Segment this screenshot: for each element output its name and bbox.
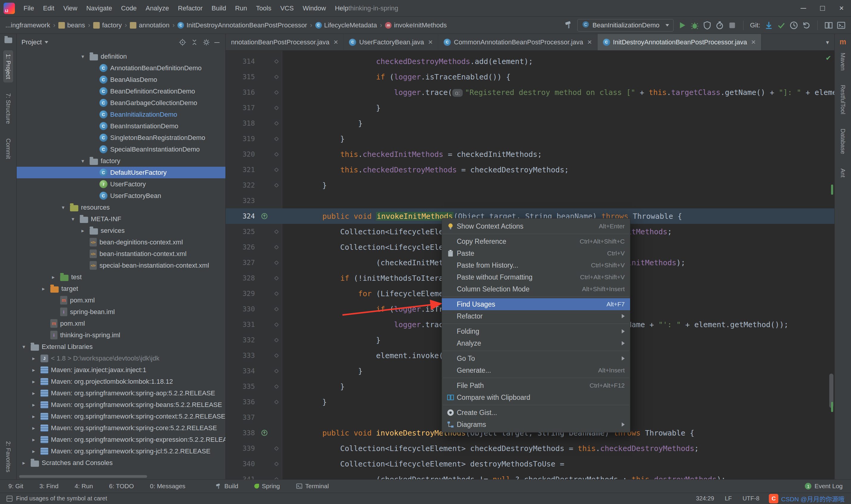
override-gutter-icon[interactable] <box>258 429 270 436</box>
fold-marker-icon[interactable] <box>270 91 282 94</box>
tree-item-meta-inf[interactable]: ▾META-INF <box>17 213 225 225</box>
tree-item-beandefinitioncreationdemo[interactable]: CBeanDefinitionCreationDemo <box>17 86 225 97</box>
code-line-319[interactable]: 319 } <box>226 131 834 146</box>
menu-analyze[interactable]: Analyze <box>141 2 173 15</box>
code-line-320[interactable]: 320 this.checkedInitMethods = checkedIni… <box>226 146 834 162</box>
chevron-right-icon[interactable]: ▸ <box>30 448 38 454</box>
tree-item-beaninitializationdemo[interactable]: CBeanInitializationDemo <box>17 109 225 120</box>
fold-marker-icon[interactable] <box>270 276 282 280</box>
fold-marker-icon[interactable] <box>270 385 282 388</box>
hidden-tabs-chevron-icon[interactable]: ▾ <box>821 39 834 46</box>
line-separator[interactable]: LF <box>725 495 731 502</box>
fold-marker-icon[interactable] <box>270 339 282 342</box>
tool-button-database[interactable]: Database <box>838 125 848 158</box>
tree-item-beangarbagecollectiondemo[interactable]: CBeanGarbageCollectionDemo <box>17 97 225 109</box>
project-tool-icon[interactable] <box>4 37 12 43</box>
menu-tools[interactable]: Tools <box>252 2 276 15</box>
chevron-right-icon[interactable]: ▸ <box>78 228 87 234</box>
context-menu-item-refactor[interactable]: Refactor <box>442 310 630 322</box>
tree-item-definition[interactable]: ▾definition <box>17 51 225 62</box>
menu-view[interactable]: View <box>59 2 82 15</box>
tree-item-test[interactable]: ▸test <box>17 271 225 283</box>
breadcrumb-item-factory[interactable]: factory <box>93 21 122 29</box>
tree-item-target[interactable]: ▸target <box>17 283 225 294</box>
context-menu-item-paste-without-formatting[interactable]: Paste without FormattingCtrl+Alt+Shift+V <box>442 271 630 283</box>
close-icon[interactable]: × <box>587 37 592 47</box>
tree-item-external-libraries[interactable]: ▾External Libraries <box>17 341 225 353</box>
tree-item-annotationbeandefinitiondemo[interactable]: CAnnotationBeanDefinitionDemo <box>17 62 225 74</box>
tool-button-3-find[interactable]: 3: Find <box>39 483 58 490</box>
coverage-icon[interactable] <box>703 21 712 30</box>
context-menu-item-column-selection-mode[interactable]: Column Selection ModeAlt+Shift+Insert <box>442 283 630 295</box>
chevron-down-icon[interactable]: ▾ <box>78 53 87 60</box>
tool-button-ant[interactable]: Ant <box>838 165 848 181</box>
breadcrumb-item-annotation[interactable]: annotation <box>130 21 169 29</box>
fold-marker-icon[interactable] <box>270 307 282 311</box>
breadcrumb-item-initdestroyannotationbeanpostprocessor[interactable]: CInitDestroyAnnotationBeanPostProcessor <box>178 21 307 29</box>
tree-item-maven-org-springframework-spring-jcl-5-2-2-relea[interactable]: ▸Maven: org.springframework:spring-jcl:5… <box>17 445 225 457</box>
tool-button-7-structure[interactable]: 7: Structure <box>3 90 13 127</box>
menu-vcs[interactable]: VCS <box>276 2 298 15</box>
tree-item-maven-org-projectlombok-lombok-1-18-12[interactable]: ▸Maven: org.projectlombok:lombok:1.18.12 <box>17 376 225 387</box>
context-menu-item-diagrams[interactable]: Diagrams <box>442 418 630 430</box>
menu-edit[interactable]: Edit <box>38 2 59 15</box>
fold-marker-icon[interactable] <box>270 292 282 295</box>
fold-marker-icon[interactable] <box>270 354 282 357</box>
caret-position[interactable]: 324:29 <box>696 495 714 502</box>
chevron-right-icon[interactable]: ▸ <box>30 413 38 420</box>
stop-icon[interactable] <box>728 21 737 30</box>
breadcrumb-item-beans[interactable]: beans <box>58 21 85 29</box>
debug-icon[interactable] <box>690 21 699 30</box>
chevron-down-icon[interactable]: ▾ <box>20 344 28 350</box>
override-icon[interactable] <box>261 213 268 220</box>
tool-button-9-git[interactable]: 9: Git <box>8 483 23 490</box>
hammer-icon[interactable] <box>564 20 573 29</box>
tree-item-maven-org-springframework-spring-expression-5-2-[interactable]: ▸Maven: org.springframework:spring-expre… <box>17 434 225 445</box>
code-line-316[interactable]: 316 logger.trace(o:"Registered destroy m… <box>226 85 834 100</box>
context-menu-item-go-to[interactable]: Go To <box>442 353 630 364</box>
close-icon[interactable]: × <box>333 37 338 47</box>
terminal-icon[interactable] <box>837 21 846 30</box>
tab-userfactorybean-java[interactable]: CUserFactoryBean.java× <box>344 34 438 50</box>
fold-marker-icon[interactable] <box>270 370 282 373</box>
tree-item-maven-org-springframework-spring-aop-5-2-2-relea[interactable]: ▸Maven: org.springframework:spring-aop:5… <box>17 387 225 399</box>
tool-button-maven[interactable]: Maven <box>838 49 848 74</box>
context-menu-item-create-gist[interactable]: Create Gist... <box>442 407 630 418</box>
context-menu-item-paste[interactable]: PasteCtrl+V <box>442 247 630 259</box>
chevron-right-icon[interactable]: ▸ <box>30 355 38 362</box>
code-line-315[interactable]: 315 if (logger.isTraceEnabled()) { <box>226 69 834 85</box>
code-line-318[interactable]: 318 } <box>226 115 834 131</box>
tree-item-userfactorybean[interactable]: CUserFactoryBean <box>17 190 225 201</box>
fold-marker-icon[interactable] <box>270 323 282 326</box>
chevron-right-icon[interactable]: ▸ <box>39 286 48 292</box>
tree-item-beaninstantiationdemo[interactable]: CBeanInstantiationDemo <box>17 120 225 132</box>
tool-button-0-messages[interactable]: 0: Messages <box>150 483 185 490</box>
menu-refactor[interactable]: Refactor <box>173 2 207 15</box>
event-log-button[interactable]: 1 Event Log <box>805 483 843 490</box>
rollback-icon[interactable] <box>802 21 811 30</box>
menu-build[interactable]: Build <box>207 2 231 15</box>
tree-item-userfactory[interactable]: IUserFactory <box>17 178 225 190</box>
chevron-right-icon[interactable]: ▸ <box>30 378 38 385</box>
file-encoding[interactable]: UTF-8 <box>743 495 760 502</box>
locate-icon[interactable] <box>179 38 186 46</box>
tree-item-defaultuserfactory[interactable]: CDefaultUserFactory <box>17 167 225 178</box>
tree-item-bean-instantiation-context-xml[interactable]: </>bean-instantiation-context.xml <box>17 248 225 259</box>
context-menu-item-show-context-actions[interactable]: Show Context ActionsAlt+Enter <box>442 220 630 232</box>
fold-marker-icon[interactable] <box>270 153 282 156</box>
tool-button-restfultool[interactable]: RestfulTool <box>838 81 848 118</box>
code-line-321[interactable]: 321 this.checkedDestroyMethods = checked… <box>226 162 834 177</box>
tree-item-beanaliasdemo[interactable]: CBeanAliasDemo <box>17 74 225 86</box>
update-icon[interactable] <box>764 21 773 30</box>
context-menu-item-compare-with-clipboard[interactable]: Compare with Clipboard <box>442 392 630 403</box>
tool-button-1-project[interactable]: 1: Project <box>3 50 13 83</box>
hide-panel-icon[interactable]: ─ <box>213 38 221 47</box>
code-line-314[interactable]: 314 checkedDestroyMethods.add(element); <box>226 54 834 69</box>
code-line-339[interactable]: 339 Collection<LifecycleElement> checked… <box>226 440 834 456</box>
gear-icon[interactable] <box>202 38 210 46</box>
tree-item-pom-xml[interactable]: mpom.xml <box>17 294 225 306</box>
code-line-323[interactable]: 323 <box>226 193 834 209</box>
fold-marker-icon[interactable] <box>270 168 282 172</box>
commit-icon[interactable] <box>777 21 786 30</box>
tab-commonannotationbeanpostprocessor-java[interactable]: CCommonAnnotationBeanPostProcessor.java× <box>438 34 597 50</box>
